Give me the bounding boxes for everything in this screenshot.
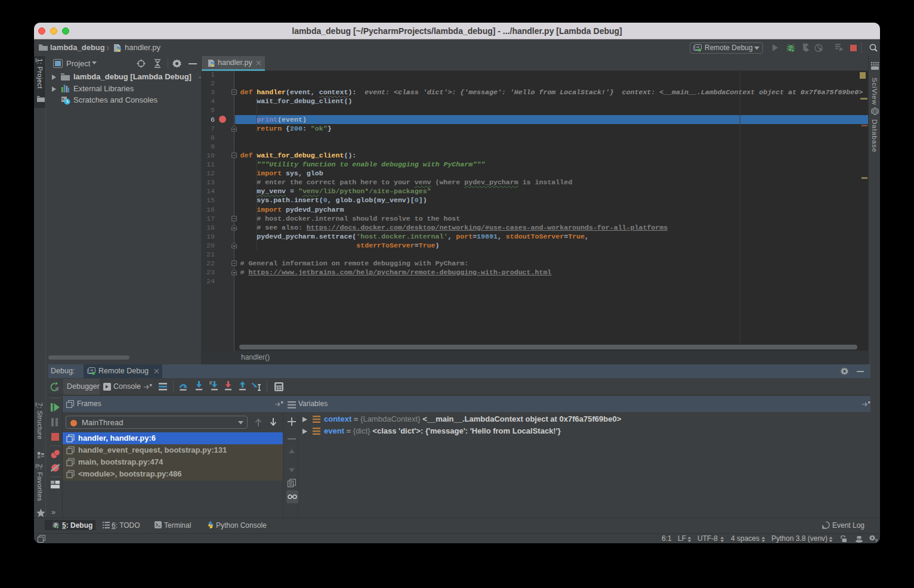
svg-text:?: ?	[875, 538, 878, 543]
